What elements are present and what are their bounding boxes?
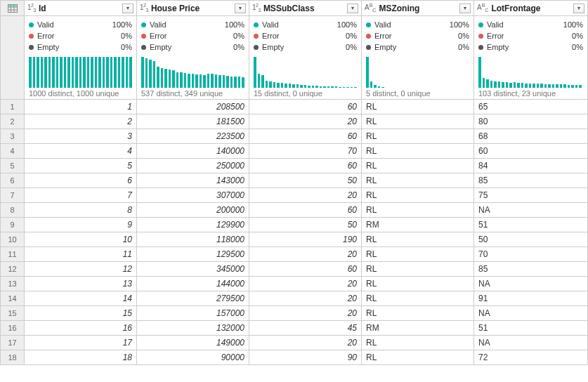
column-header-id[interactable]: 123 Id ▼ — [25, 1, 137, 16]
table-row[interactable]: 171714900020RLNA — [1, 336, 588, 350]
cell[interactable]: 181500 — [137, 114, 249, 129]
cell[interactable]: 129500 — [137, 247, 249, 262]
cell[interactable]: NA — [474, 203, 588, 218]
table-row[interactable]: 4414000070RL60 — [1, 144, 588, 159]
row-index[interactable]: 8 — [1, 203, 25, 218]
table-row[interactable]: 1010118000190RL50 — [1, 232, 588, 247]
row-index[interactable]: 15 — [1, 306, 25, 321]
cell[interactable]: 279500 — [137, 291, 249, 306]
cell[interactable]: 90000 — [137, 350, 249, 365]
row-index[interactable]: 2 — [1, 114, 25, 129]
cell[interactable]: 143000 — [137, 173, 249, 188]
cell[interactable]: 5 — [25, 159, 137, 173]
cell[interactable]: RL — [362, 306, 474, 321]
column-header-lotfrontage[interactable]: ABC LotFrontage ▼ — [474, 1, 588, 16]
cell[interactable]: 11 — [25, 247, 137, 262]
cell[interactable]: 70 — [474, 247, 588, 262]
cell[interactable]: 20 — [249, 277, 362, 291]
column-filter-button[interactable]: ▼ — [573, 4, 584, 13]
table-row[interactable]: 141427950020RL91 — [1, 291, 588, 306]
row-index[interactable]: 6 — [1, 173, 25, 188]
cell[interactable]: 157000 — [137, 306, 249, 321]
cell[interactable]: 60 — [474, 144, 588, 159]
cell[interactable]: NA — [474, 306, 588, 321]
table-row[interactable]: 6614300050RL85 — [1, 173, 588, 188]
cell[interactable]: 84 — [474, 159, 588, 173]
table-row[interactable]: 18189000090RL72 — [1, 350, 588, 365]
cell[interactable]: 144000 — [137, 277, 249, 291]
row-index[interactable]: 17 — [1, 336, 25, 350]
cell[interactable]: RL — [362, 173, 474, 188]
table-row[interactable]: 7730700020RL75 — [1, 188, 588, 203]
cell[interactable]: 129900 — [137, 218, 249, 232]
cell[interactable]: RM — [362, 218, 474, 232]
cell[interactable]: 140000 — [137, 144, 249, 159]
row-index[interactable]: 13 — [1, 277, 25, 291]
cell[interactable]: RL — [362, 159, 474, 173]
cell[interactable]: 50 — [474, 232, 588, 247]
cell[interactable]: RL — [362, 291, 474, 306]
table-row[interactable]: 151515700020RLNA — [1, 306, 588, 321]
row-index[interactable]: 11 — [1, 247, 25, 262]
row-index[interactable]: 10 — [1, 232, 25, 247]
row-index[interactable]: 1 — [1, 100, 25, 114]
cell[interactable]: 91 — [474, 291, 588, 306]
cell[interactable]: 200000 — [137, 203, 249, 218]
cell[interactable]: 85 — [474, 173, 588, 188]
cell[interactable]: 50 — [249, 218, 362, 232]
cell[interactable]: 20 — [249, 336, 362, 350]
cell[interactable]: 90 — [249, 350, 362, 365]
cell[interactable]: RL — [362, 144, 474, 159]
cell[interactable]: 68 — [474, 129, 588, 144]
column-profile[interactable]: Valid100%Error0%Empty0%537 distinct, 349… — [137, 16, 249, 100]
column-filter-button[interactable]: ▼ — [122, 4, 133, 13]
cell[interactable]: 14 — [25, 291, 137, 306]
cell[interactable]: 10 — [25, 232, 137, 247]
cell[interactable]: 9 — [25, 218, 137, 232]
table-corner[interactable] — [1, 1, 25, 16]
cell[interactable]: 190 — [249, 232, 362, 247]
cell[interactable]: 20 — [249, 306, 362, 321]
column-profile[interactable]: Valid100%Error0%Empty0%1000 distinct, 10… — [25, 16, 137, 100]
cell[interactable]: 15 — [25, 306, 137, 321]
cell[interactable]: RL — [362, 350, 474, 365]
table-row[interactable]: 1120850060RL65 — [1, 100, 588, 114]
cell[interactable]: 2 — [25, 114, 137, 129]
cell[interactable]: RM — [362, 321, 474, 336]
table-row[interactable]: 5525000060RL84 — [1, 159, 588, 173]
table-row[interactable]: 121234500060RL85 — [1, 262, 588, 277]
column-profile[interactable]: Valid100%Error0%Empty0%5 distinct, 0 uni… — [362, 16, 474, 100]
cell[interactable]: 70 — [249, 144, 362, 159]
table-row[interactable]: 9912990050RM51 — [1, 218, 588, 232]
cell[interactable]: RL — [362, 100, 474, 114]
cell[interactable]: RL — [362, 247, 474, 262]
row-index[interactable]: 9 — [1, 218, 25, 232]
cell[interactable]: 51 — [474, 218, 588, 232]
cell[interactable]: 208500 — [137, 100, 249, 114]
cell[interactable]: 18 — [25, 350, 137, 365]
cell[interactable]: 60 — [249, 100, 362, 114]
cell[interactable]: 3 — [25, 129, 137, 144]
cell[interactable]: 13 — [25, 277, 137, 291]
cell[interactable]: 60 — [249, 262, 362, 277]
column-header-mssubclass[interactable]: 123 MSSubClass ▼ — [249, 1, 362, 16]
cell[interactable]: 8 — [25, 203, 137, 218]
table-row[interactable]: 2218150020RL80 — [1, 114, 588, 129]
cell[interactable]: RL — [362, 262, 474, 277]
cell[interactable]: RL — [362, 203, 474, 218]
cell[interactable]: NA — [474, 336, 588, 350]
table-row[interactable]: 3322350060RL68 — [1, 129, 588, 144]
cell[interactable]: RL — [362, 336, 474, 350]
cell[interactable]: 4 — [25, 144, 137, 159]
cell[interactable]: 1 — [25, 100, 137, 114]
cell[interactable]: 118000 — [137, 232, 249, 247]
cell[interactable]: 60 — [249, 203, 362, 218]
cell[interactable]: 149000 — [137, 336, 249, 350]
cell[interactable]: 80 — [474, 114, 588, 129]
column-filter-button[interactable]: ▼ — [347, 4, 358, 13]
column-filter-button[interactable]: ▼ — [235, 4, 246, 13]
row-index[interactable]: 7 — [1, 188, 25, 203]
table-row[interactable]: 111112950020RL70 — [1, 247, 588, 262]
column-header-mszoning[interactable]: ABC MSZoning ▼ — [362, 1, 474, 16]
cell[interactable]: 75 — [474, 188, 588, 203]
